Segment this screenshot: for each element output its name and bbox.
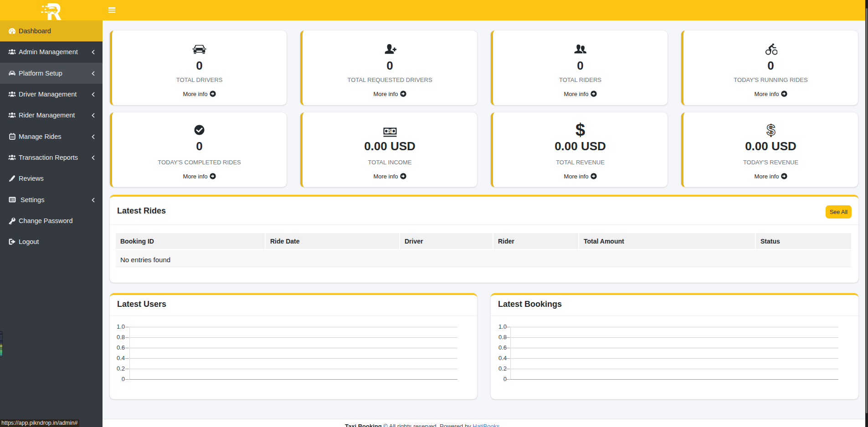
svg-text:$: $ [766,122,775,138]
svg-text:$: $ [389,128,391,133]
